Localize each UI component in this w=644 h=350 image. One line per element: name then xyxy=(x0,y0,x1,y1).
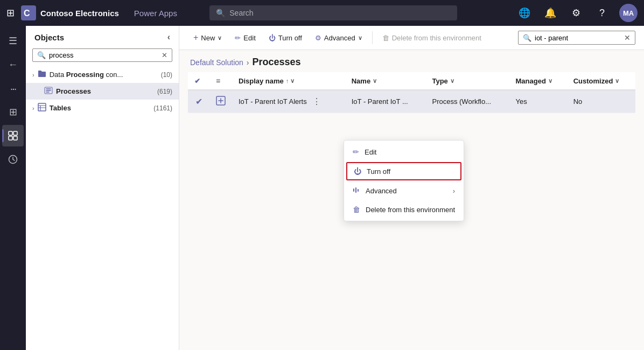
ctx-turnoff[interactable]: ⏻ Turn off xyxy=(346,162,461,180)
svg-rect-10 xyxy=(353,188,354,192)
ctx-delete[interactable]: 🗑 Delete from this environment xyxy=(344,200,464,219)
trash-icon: 🗑 xyxy=(353,205,360,214)
advanced-icon xyxy=(353,186,360,195)
advanced-submenu-chevron: › xyxy=(453,187,455,195)
svg-rect-12 xyxy=(358,189,359,192)
context-menu: ✏ Edit ⏻ Turn off Advanced xyxy=(344,140,464,221)
svg-rect-11 xyxy=(355,187,356,193)
main-layout: ☰ ← ··· ⊞ Objects ‹ 🔍 ✕ xyxy=(0,26,644,350)
ctx-edit[interactable]: ✏ Edit xyxy=(344,143,464,161)
context-menu-overlay: ✏ Edit ⏻ Turn off Advanced xyxy=(179,26,644,350)
power-icon: ⏻ xyxy=(354,167,361,176)
main-content: + New ∨ ✏ Edit ⏻ Turn off ⚙ Advanced ∨ 🗑… xyxy=(179,26,644,350)
ctx-advanced[interactable]: Advanced › xyxy=(344,181,464,200)
edit-icon: ✏ xyxy=(353,148,359,156)
